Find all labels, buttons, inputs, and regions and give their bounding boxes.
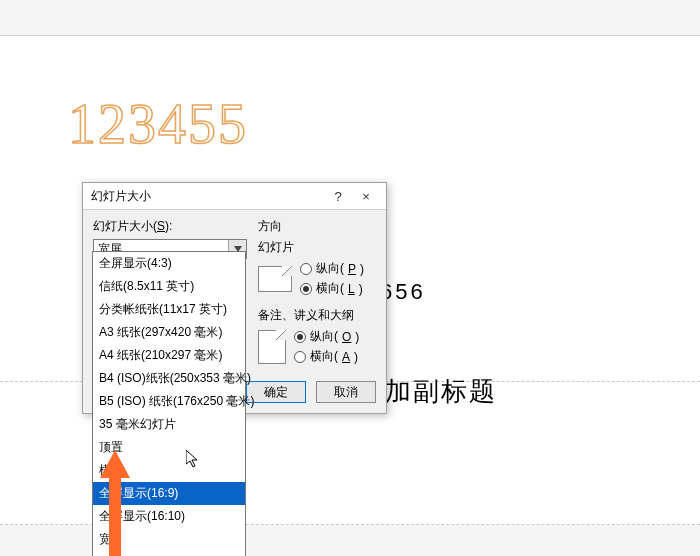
dropdown-option[interactable]: 全屏显示(4:3) bbox=[93, 252, 245, 275]
orientation-group-slides: 纵向(P) 横向(L) bbox=[258, 260, 376, 297]
orientation-group-slides-label: 幻灯片 bbox=[258, 239, 376, 256]
slide-subtitle-placeholder: 加副标题 bbox=[385, 374, 497, 409]
orientation-group-notes: 纵向(O) 横向(A) bbox=[258, 328, 376, 365]
dropdown-option[interactable]: B4 (ISO)纸张(250x353 毫米) bbox=[93, 367, 245, 390]
radio-icon bbox=[300, 283, 312, 295]
radio-icon bbox=[294, 331, 306, 343]
dropdown-option[interactable]: B5 (ISO) 纸张(176x250 毫米) bbox=[93, 390, 245, 413]
radio-icon bbox=[294, 351, 306, 363]
dropdown-option[interactable]: 35 毫米幻灯片 bbox=[93, 413, 245, 436]
radio-slides-landscape[interactable]: 横向(L) bbox=[300, 280, 364, 297]
orientation-group-notes-label: 备注、讲义和大纲 bbox=[258, 307, 376, 324]
size-field-label: 幻灯片大小(S): bbox=[93, 218, 248, 235]
help-button[interactable]: ? bbox=[324, 186, 352, 206]
slide-title: 123455 bbox=[68, 92, 248, 156]
radio-icon bbox=[300, 263, 312, 275]
close-button[interactable]: × bbox=[352, 186, 380, 206]
dropdown-option[interactable]: 分类帐纸张(11x17 英寸) bbox=[93, 298, 245, 321]
dialog-title-bar[interactable]: 幻灯片大小 ? × bbox=[83, 183, 386, 210]
dropdown-option[interactable]: A3 纸张(297x420 毫米) bbox=[93, 321, 245, 344]
page-landscape-icon bbox=[258, 266, 292, 292]
annotation-arrow-icon bbox=[95, 450, 135, 556]
radio-notes-landscape[interactable]: 横向(A) bbox=[294, 348, 359, 365]
dropdown-option[interactable]: A4 纸张(210x297 毫米) bbox=[93, 344, 245, 367]
dialog-title: 幻灯片大小 bbox=[91, 188, 324, 205]
page-portrait-icon bbox=[258, 330, 286, 364]
cancel-button[interactable]: 取消 bbox=[316, 381, 376, 403]
mouse-cursor-icon bbox=[186, 450, 200, 468]
dropdown-option[interactable]: 信纸(8.5x11 英寸) bbox=[93, 275, 245, 298]
radio-notes-portrait[interactable]: 纵向(O) bbox=[294, 328, 359, 345]
orientation-heading: 方向 bbox=[258, 218, 376, 235]
radio-slides-portrait[interactable]: 纵向(P) bbox=[300, 260, 364, 277]
ok-button[interactable]: 确定 bbox=[246, 381, 306, 403]
